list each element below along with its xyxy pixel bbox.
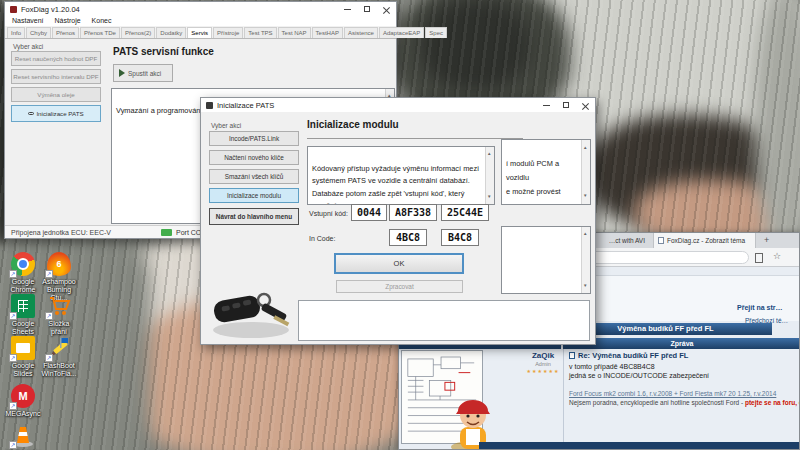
outcode-field-3[interactable]: 25C44E: [441, 204, 489, 221]
dialog-action-list-label: Vyber akci: [211, 122, 241, 129]
ok-button[interactable]: OK: [334, 253, 464, 274]
slides-icon: ↗: [11, 336, 35, 360]
tab-asistence[interactable]: Asistence: [344, 27, 378, 38]
tab-chyby[interactable]: Chyby: [26, 27, 51, 38]
post-text-line: v tomto případě 4BC8B4C8: [569, 363, 655, 370]
chrome-icon: ↗: [11, 252, 35, 276]
tab-prenos[interactable]: Přenos: [52, 27, 79, 38]
process-button[interactable]: Zpracovat: [336, 280, 463, 293]
desktop-icon-cart[interactable]: ↗ Složka přání: [40, 294, 78, 336]
window-title: FoxDiag v1.20.04: [21, 5, 80, 14]
new-tab-button[interactable]: +: [764, 233, 769, 248]
dialog-description-box: Kódovaný přístup vyžaduje výměnu informa…: [307, 146, 495, 205]
dialog-button-incode-link[interactable]: Incode/PATS.Link: [209, 131, 299, 146]
car-keys-image: [206, 282, 298, 342]
dialog-button-erase-keys[interactable]: Smazání všech klíčů: [209, 169, 299, 184]
post-icon: [569, 352, 575, 359]
maximize-icon[interactable]: [563, 102, 569, 108]
signature-text: Nejsem poradna, encyklopedie ani hotline…: [569, 399, 800, 406]
tab-dodatky[interactable]: Dodatky: [156, 27, 186, 38]
side-output-box: [501, 226, 591, 294]
window-controls: [344, 2, 390, 16]
tab-bar: Info Chyby Přenos Přenos TDe Přenos(2) D…: [5, 26, 396, 39]
desktop-icon-label: Složka přání: [40, 320, 78, 336]
dialog-description-text: Kódovaný přístup vyžaduje výměnu informa…: [312, 164, 479, 206]
post-title-row: Re: Výměna budíků FF před FL: [569, 351, 688, 360]
cart-icon: ↗: [47, 294, 71, 318]
signature-links[interactable]: Ford Focus mk2 combi 1.6, r.v.2008 + For…: [569, 390, 776, 397]
desktop-icon-sheets[interactable]: ↗ Google Sheets: [4, 294, 42, 336]
maximize-icon[interactable]: [364, 6, 370, 12]
incode-label: In Code:: [309, 235, 335, 242]
scrollbar[interactable]: [581, 140, 590, 204]
forum-post-end-area: [561, 275, 800, 321]
shortcut-arrow-icon: ↗: [9, 312, 17, 320]
tab-prenos-tde[interactable]: Přenos TDe: [80, 27, 120, 38]
dialog-key-icon: [206, 102, 213, 109]
tab-test-nap[interactable]: Test NAP: [278, 27, 311, 38]
favorite-star-icon[interactable]: ☆: [773, 251, 781, 261]
dialog-button-init-module[interactable]: Inicializace modulu: [209, 188, 299, 203]
tab-pristroje[interactable]: Přístroje: [213, 27, 243, 38]
desktop-icon-vlc[interactable]: ↗ VLC media player: [4, 423, 42, 450]
action-list-label: Vyber akci: [13, 43, 43, 50]
reader-mode-icon[interactable]: [755, 253, 763, 263]
tab-info[interactable]: Info: [7, 27, 25, 38]
goto-page-link[interactable]: Přejít na str…: [737, 304, 783, 311]
tab-adaptace[interactable]: AdaptaceEAP: [379, 27, 424, 38]
tab-test-hap[interactable]: TestHAP: [312, 27, 343, 38]
shortcut-arrow-icon: ↗: [45, 270, 53, 278]
desktop-icon-chrome[interactable]: ↗ Google Chrome: [4, 252, 42, 294]
scrollbar[interactable]: [581, 227, 590, 293]
dialog-button-new-key[interactable]: Načtení nového klíče: [209, 150, 299, 165]
tab-servis[interactable]: Servis: [187, 27, 212, 38]
minimize-icon[interactable]: [543, 105, 550, 106]
play-icon: [119, 69, 125, 77]
close-icon[interactable]: [582, 102, 589, 109]
tab-test-tps[interactable]: Test TPS: [244, 27, 276, 38]
menu-konec[interactable]: Konec: [92, 17, 112, 24]
scrollbar[interactable]: [485, 147, 494, 204]
ecu-status-text: Připojena jednotka ECU: EEC-V: [11, 229, 111, 236]
tab-spec[interactable]: Spec: [425, 27, 447, 38]
message-column-header: Zpráva: [563, 338, 800, 349]
sidebar-button-service-reset[interactable]: Reset servisního intervalu DPF: [11, 69, 101, 84]
incode-field-2[interactable]: B4C8: [441, 229, 479, 246]
sidebar-button-pats[interactable]: Inicializace PATS: [11, 105, 101, 122]
outcode-field-2[interactable]: A8F338: [389, 204, 437, 221]
minimize-icon[interactable]: [344, 9, 351, 10]
pencil-icon: ↗: [47, 336, 71, 360]
post-text-line: jedná se o INCODE/OUTCODE zabezpečení: [569, 372, 709, 379]
dialog-button-return-menu[interactable]: Návrat do hlavního menu: [209, 208, 299, 225]
incode-field-1[interactable]: 4BC8: [389, 229, 427, 246]
sidebar-button-oil[interactable]: Výměna oleje: [11, 87, 101, 102]
clipped-side-text: í modulů PCM a vozidlu e možné provést: [506, 159, 561, 196]
flame-icon: 6↗: [47, 252, 71, 276]
post-title[interactable]: Re: Výměna budíků FF před FL: [578, 351, 688, 360]
close-icon[interactable]: [383, 6, 390, 13]
menu-nastroje[interactable]: Nástroje: [55, 17, 81, 24]
desktop-icon-slides[interactable]: ↗ Google Slides: [4, 336, 42, 378]
outcode-field-1[interactable]: 0044: [351, 204, 387, 221]
signature-plain: Nejsem poradna, encyklopedie ani hotline…: [569, 399, 745, 406]
signature-red-text: ptejte se na foru, od toho je.: [745, 399, 800, 406]
browser-tab-active[interactable]: FoxDiag.cz - Zobrazit téma: [654, 233, 756, 248]
tab-label: FoxDiag.cz - Zobrazit téma: [667, 237, 745, 244]
panel-heading: PATS servisní funkce: [113, 46, 214, 57]
dialog-output-box: [298, 300, 590, 341]
dialog-title-bar: Inicializace PATS: [201, 98, 595, 112]
shortcut-arrow-icon: ↗: [9, 402, 17, 410]
desktop-icon-wintoflash[interactable]: ↗ FlashBoot WinToFla...: [40, 336, 78, 378]
foxdiag-app-icon: [10, 6, 17, 13]
menu-bar: Nastavení Nástroje Konec: [5, 15, 396, 26]
run-button-label: Spustit akci: [128, 70, 161, 77]
menu-nastaveni[interactable]: Nastavení: [12, 17, 44, 24]
desktop-icon-megasync[interactable]: M↗ MEGAsync: [4, 384, 42, 418]
pats-dialog-window: Inicializace PATS Vyber akci Incode/PATS…: [200, 97, 596, 345]
dialog-heading: Inicializace modulu: [307, 119, 399, 130]
desktop-icon-label: Google Slides: [4, 362, 42, 378]
tab-prenos2[interactable]: Přenos(2): [121, 27, 155, 38]
clipped-side-textbox: í modulů PCM a vozidlu e možné provést: [501, 139, 591, 205]
sidebar-button-dpf-reset[interactable]: Reset naučených hodnot DPF: [11, 51, 101, 66]
run-action-button[interactable]: Spustit akci: [113, 64, 173, 82]
